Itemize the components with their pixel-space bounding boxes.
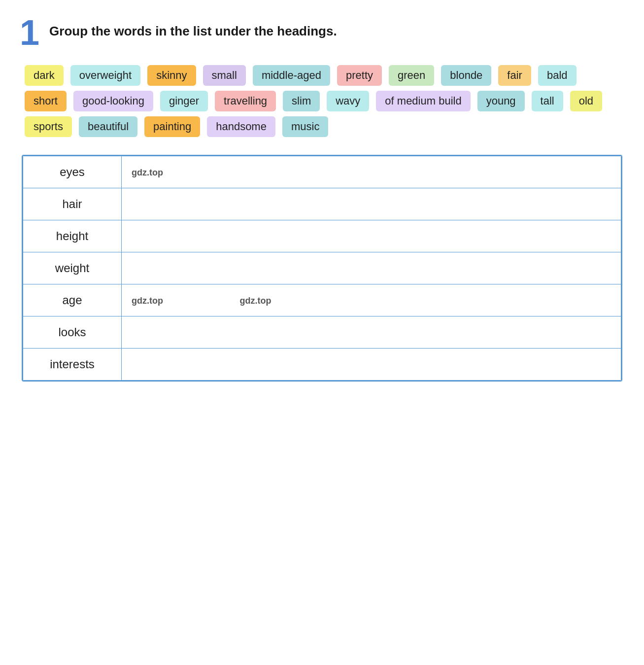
word-tag-9: bald (538, 65, 576, 86)
category-cell-eyes: eyes (23, 156, 122, 188)
content-cell-eyes[interactable]: gdz.top (122, 156, 621, 188)
word-tag-14: slim (283, 91, 320, 111)
categories-table-container: eyesgdz.tophairheightweightagegdz.top gd… (22, 155, 622, 382)
word-tag-16: of medium build (376, 91, 470, 111)
content-cell-weight[interactable] (122, 252, 621, 284)
watermark: gdz.top (132, 168, 163, 177)
word-tag-20: sports (25, 116, 72, 137)
table-row: agegdz.top gdz.top (23, 284, 621, 316)
word-tag-6: green (389, 65, 434, 86)
word-tag-15: wavy (327, 91, 369, 111)
table-row: hair (23, 188, 621, 220)
question-number: 1 (20, 15, 39, 50)
word-tag-18: tall (532, 91, 563, 111)
table-row: height (23, 220, 621, 252)
content-cell-looks[interactable] (122, 316, 621, 349)
word-tag-1: overweight (70, 65, 140, 86)
word-tag-13: travelling (215, 91, 276, 111)
category-cell-hair: hair (23, 188, 122, 220)
word-tag-11: good-looking (73, 91, 153, 111)
content-cell-hair[interactable] (122, 188, 621, 220)
watermark: gdz.top (132, 296, 163, 306)
word-tag-24: music (282, 116, 328, 137)
word-tag-23: handsome (207, 116, 275, 137)
word-tag-7: blonde (441, 65, 491, 86)
category-cell-weight: weight (23, 252, 122, 284)
word-tag-22: painting (144, 116, 200, 137)
word-tag-0: dark (25, 65, 64, 86)
exercise-header: 1 Group the words in the list under the … (20, 15, 624, 50)
table-row: interests (23, 349, 621, 381)
word-tag-21: beautiful (79, 116, 137, 137)
content-cell-height[interactable] (122, 220, 621, 252)
content-cell-age[interactable]: gdz.top gdz.top (122, 284, 621, 316)
word-tag-12: ginger (160, 91, 208, 111)
content-cell-interests[interactable] (122, 349, 621, 381)
word-tag-3: small (203, 65, 246, 86)
table-row: eyesgdz.top (23, 156, 621, 188)
categories-table: eyesgdz.tophairheightweightagegdz.top gd… (23, 156, 621, 381)
word-tag-2: skinny (147, 65, 196, 86)
word-tag-17: young (477, 91, 525, 111)
word-tag-10: short (25, 91, 67, 111)
category-cell-looks: looks (23, 316, 122, 349)
table-row: weight (23, 252, 621, 284)
word-tag-19: old (570, 91, 602, 111)
word-tag-8: fair (498, 65, 531, 86)
words-container: darkoverweightskinnysmallmiddle-agedpret… (20, 65, 624, 137)
category-cell-age: age (23, 284, 122, 316)
word-tag-5: pretty (337, 65, 382, 86)
word-tag-4: middle-aged (253, 65, 330, 86)
watermark: gdz.top (240, 296, 271, 306)
category-cell-height: height (23, 220, 122, 252)
table-row: looks (23, 316, 621, 349)
category-cell-interests: interests (23, 349, 122, 381)
question-text: Group the words in the list under the he… (49, 15, 337, 39)
